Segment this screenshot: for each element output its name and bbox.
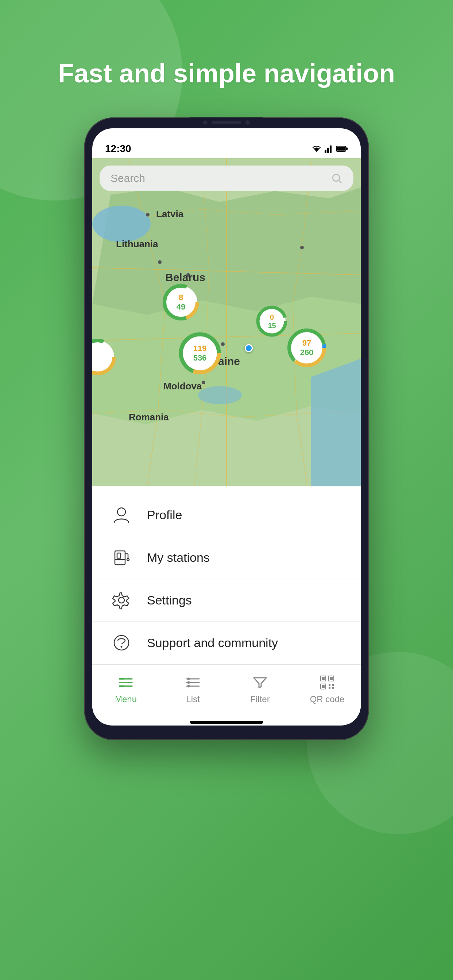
signal-icon [325, 145, 333, 153]
nav-list-label: List [186, 694, 199, 705]
svg-point-41 [121, 646, 123, 648]
svg-rect-57 [330, 677, 333, 680]
cluster-4[interactable]: 97 260 [285, 326, 329, 370]
svg-rect-61 [332, 684, 334, 686]
svg-point-39 [118, 597, 124, 603]
station-icon [110, 547, 132, 568]
cluster-1[interactable]: 8 49 [161, 282, 201, 322]
search-icon [331, 172, 343, 184]
cluster-partial[interactable] [92, 337, 118, 377]
svg-rect-60 [329, 684, 330, 686]
map-background [92, 158, 361, 486]
svg-rect-2 [330, 145, 332, 153]
svg-rect-62 [329, 687, 330, 689]
map-label-romania: Romania [129, 412, 169, 423]
svg-rect-5 [337, 147, 345, 151]
camera-dot-2 [246, 120, 250, 125]
page-title: Fast and simple navigation [58, 58, 395, 88]
svg-point-37 [127, 558, 129, 561]
svg-rect-55 [322, 677, 325, 680]
svg-point-8 [198, 386, 242, 404]
battery-icon [336, 145, 348, 152]
svg-point-10 [158, 260, 161, 264]
speaker-bar [212, 121, 241, 124]
svg-point-40 [114, 635, 129, 650]
nav-menu-label: Menu [115, 694, 137, 705]
menu-item-stations[interactable]: My stations [92, 536, 361, 579]
cluster-3[interactable]: 0 15 [255, 304, 289, 339]
menu-item-settings[interactable]: Settings [92, 579, 361, 622]
nav-filter[interactable]: Filter [226, 670, 293, 708]
phone-frame: 12:30 [84, 118, 369, 740]
location-dot [245, 344, 253, 352]
nav-qr-label: QR code [310, 694, 345, 705]
settings-icon [110, 589, 132, 611]
filter-nav-icon [251, 674, 269, 691]
wifi-icon [311, 145, 322, 153]
profile-icon [110, 504, 132, 526]
nav-list[interactable]: List [160, 670, 226, 708]
svg-rect-34 [117, 553, 121, 558]
map-label-moldova: Moldova [163, 380, 202, 392]
menu-item-profile[interactable]: Profile [92, 494, 361, 536]
home-indicator [190, 721, 263, 724]
svg-point-51 [187, 678, 190, 680]
map-container[interactable]: Latvia Lithuania Belarus Ukraine Moldova… [92, 158, 361, 486]
status-time: 12:30 [105, 143, 131, 154]
menu-nav-icon [117, 674, 135, 691]
svg-point-9 [146, 213, 150, 216]
svg-point-15 [333, 174, 340, 181]
search-bar[interactable]: Search [100, 165, 353, 191]
svg-point-7 [92, 205, 151, 242]
svg-point-53 [187, 685, 190, 687]
status-bar: 12:30 [92, 128, 361, 158]
svg-rect-4 [346, 147, 348, 150]
nav-menu[interactable]: Menu [92, 670, 160, 708]
phone-top-bar [190, 118, 263, 127]
bottom-sheet: Profile My stations [92, 486, 361, 724]
svg-point-52 [187, 681, 190, 684]
list-nav-icon [184, 674, 202, 691]
map-label-latvia: Latvia [156, 208, 183, 220]
svg-point-14 [300, 246, 304, 250]
map-label-lithuania: Lithuania [116, 239, 158, 250]
nav-qr[interactable]: QR code [293, 670, 361, 708]
svg-rect-1 [327, 148, 329, 153]
camera-dot [203, 120, 207, 125]
status-icons [311, 145, 348, 153]
bottom-nav: Menu List [92, 664, 361, 717]
svg-rect-63 [332, 687, 334, 689]
svg-rect-0 [325, 150, 327, 153]
svg-point-13 [202, 380, 205, 384]
nav-filter-label: Filter [250, 694, 270, 705]
menu-item-support[interactable]: Support and community [92, 622, 361, 664]
svg-point-32 [118, 508, 126, 516]
support-icon [110, 632, 132, 654]
phone-screen: 12:30 [92, 128, 361, 725]
svg-line-16 [339, 180, 341, 183]
search-text: Search [110, 172, 325, 185]
qr-nav-icon [318, 674, 336, 691]
cluster-2[interactable]: 119 536 [176, 329, 223, 377]
map-label-belarus: Belarus [165, 271, 205, 284]
svg-rect-59 [322, 685, 325, 688]
